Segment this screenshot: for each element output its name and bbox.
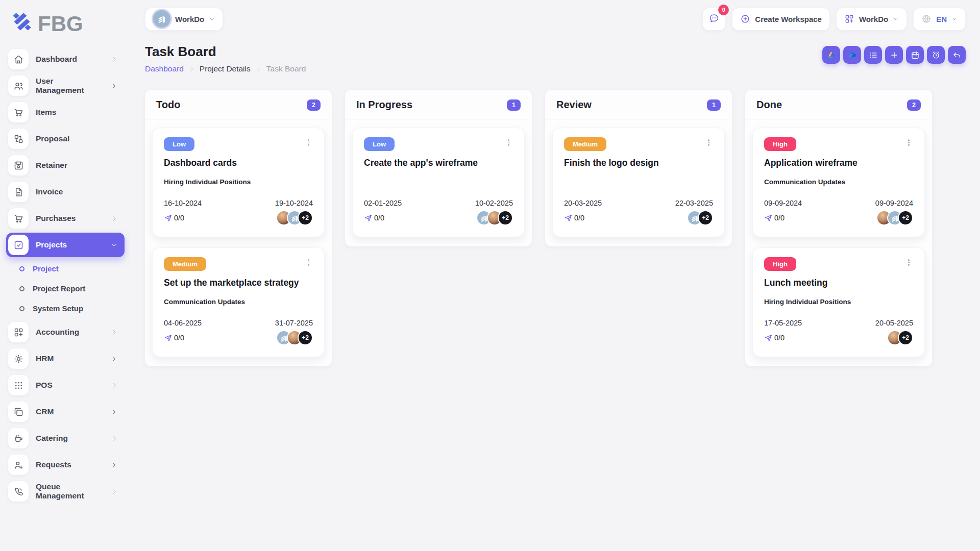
sidebar-item-crm[interactable]: CRM xyxy=(6,399,125,424)
task-milestone: Hiring Individual Positions xyxy=(164,178,313,187)
task-card[interactable]: Low Dashboard cards Hiring Individual Po… xyxy=(152,128,325,237)
create-workspace-button[interactable]: Create Workspace xyxy=(732,8,830,31)
kebab-menu-icon[interactable] xyxy=(504,137,513,147)
chevron-down-icon xyxy=(209,16,215,22)
column-count-badge: 1 xyxy=(507,99,521,111)
calendar-button[interactable] xyxy=(906,46,924,64)
sidebar-item-queue-management[interactable]: Queue Management xyxy=(6,479,125,504)
send-icon xyxy=(764,334,773,342)
task-end-date: 31-07-2025 xyxy=(275,319,313,327)
brand-zigzag-icon xyxy=(9,10,35,38)
sidebar-subitem-system-setup[interactable]: System Setup xyxy=(14,299,125,318)
language-selector[interactable]: EN xyxy=(913,8,966,31)
chevron-right-icon xyxy=(111,329,117,336)
sidebar-subitem-project-report[interactable]: Project Report xyxy=(14,279,125,298)
board-column-todo: Todo 2 Low Dashboard cards Hiring Indivi… xyxy=(145,90,332,366)
breadcrumb: Dashboard Project Details Task Board xyxy=(145,64,306,73)
kebab-menu-icon[interactable] xyxy=(904,137,913,147)
messages-button[interactable]: 0 xyxy=(702,8,726,31)
extra-assignees-badge: +2 xyxy=(698,210,713,226)
task-card[interactable]: High Application wireframe Communication… xyxy=(752,128,925,237)
sidebar-item-dashboard[interactable]: Dashboard xyxy=(6,47,125,71)
send-icon xyxy=(164,214,173,222)
send-icon xyxy=(164,334,173,342)
sidebar-item-projects[interactable]: Projects xyxy=(6,233,125,257)
assignee-avatars[interactable]: +2 xyxy=(276,210,313,226)
google-drive-icon xyxy=(827,51,836,60)
sidebar-item-retainer[interactable]: Retainer xyxy=(6,153,125,178)
kebab-menu-icon[interactable] xyxy=(304,137,313,147)
task-progress: 0/0 xyxy=(364,214,384,222)
chevron-down-icon xyxy=(893,16,899,22)
list-icon xyxy=(869,51,878,60)
column-count-badge: 2 xyxy=(907,99,921,111)
home-icon xyxy=(8,49,29,69)
task-title[interactable]: Lunch meeting xyxy=(764,278,913,288)
kebab-menu-icon[interactable] xyxy=(904,257,913,267)
sidebar-subitem-project[interactable]: Project xyxy=(14,259,125,278)
sidebar-item-proposal[interactable]: Proposal xyxy=(6,127,125,151)
grid-plus-icon xyxy=(8,322,29,342)
back-button[interactable] xyxy=(948,46,966,64)
kebab-menu-icon[interactable] xyxy=(304,257,313,267)
sidebar-item-accounting[interactable]: Accounting xyxy=(6,320,125,344)
task-card[interactable]: Medium Finish the logo design 20-03-2025… xyxy=(552,128,725,237)
phone-icon xyxy=(8,481,29,502)
list-view-button[interactable] xyxy=(864,46,882,64)
board-column-done: Done 2 High Application wireframe Commun… xyxy=(745,90,932,366)
chevron-right-icon xyxy=(189,66,194,72)
sidebar-nav: Dashboard User Management Items Proposal xyxy=(0,47,131,504)
breadcrumb-current: Task Board xyxy=(266,64,306,73)
sidebar-item-requests[interactable]: Requests xyxy=(6,453,125,477)
task-card[interactable]: Medium Set up the marketplace strategy C… xyxy=(152,247,325,357)
sidebar-item-catering[interactable]: Catering xyxy=(6,426,125,450)
board-column-review: Review 1 Medium Finish the logo design 2… xyxy=(545,90,732,246)
sidebar-item-pos[interactable]: POS xyxy=(6,373,125,397)
sidebar-item-invoice[interactable]: Invoice xyxy=(6,180,125,204)
brand-logo[interactable]: FBG xyxy=(0,6,131,45)
copy-icon xyxy=(8,402,29,422)
circle-icon xyxy=(19,286,24,291)
assignee-avatars[interactable]: +2 xyxy=(887,330,913,345)
chevron-down-icon xyxy=(951,16,958,22)
sidebar-item-user-management[interactable]: User Management xyxy=(6,73,125,98)
task-card[interactable]: Low Create the app's wireframe 02-01-202… xyxy=(352,128,525,237)
assignee-avatars[interactable]: +2 xyxy=(476,210,513,226)
task-progress: 0/0 xyxy=(164,214,184,222)
workspace-dropdown[interactable]: WorkDo xyxy=(836,8,907,31)
user-plus-icon xyxy=(8,455,29,475)
topbar-right: 0 Create Workspace WorkDo EN xyxy=(702,8,966,31)
send-icon xyxy=(564,214,573,222)
sidebar-item-hrm[interactable]: HRM xyxy=(6,346,125,371)
file-icon xyxy=(8,182,29,202)
priority-badge: Medium xyxy=(164,257,206,271)
extra-assignees-badge: +2 xyxy=(898,330,913,345)
task-card[interactable]: High Lunch meeting Hiring Individual Pos… xyxy=(752,247,925,357)
reminder-button[interactable] xyxy=(927,46,945,64)
add-task-button[interactable] xyxy=(885,46,903,64)
coffee-icon xyxy=(8,428,29,448)
breadcrumb-dashboard[interactable]: Dashboard xyxy=(145,64,184,73)
workspace-avatar-icon xyxy=(153,10,170,28)
workspace-selector[interactable]: WorkDo xyxy=(145,8,223,31)
task-title[interactable]: Create the app's wireframe xyxy=(364,158,513,168)
task-title[interactable]: Finish the logo design xyxy=(564,158,713,168)
breadcrumb-project-details[interactable]: Project Details xyxy=(200,64,251,73)
assignee-avatars[interactable]: +2 xyxy=(876,210,913,226)
sidebar-item-items[interactable]: Items xyxy=(6,100,125,124)
task-progress: 0/0 xyxy=(764,334,785,342)
assignee-avatars[interactable]: +2 xyxy=(687,210,713,226)
task-title[interactable]: Dashboard cards xyxy=(164,158,313,168)
sidebar-item-purchases[interactable]: Purchases xyxy=(6,206,125,231)
task-title[interactable]: Set up the marketplace strategy xyxy=(164,278,313,288)
dots-grid-icon xyxy=(8,375,29,395)
topbar: WorkDo 0 Create Workspace WorkDo xyxy=(145,0,966,32)
calendar-icon xyxy=(911,51,920,60)
task-milestone: Communication Updates xyxy=(164,298,313,307)
assignee-avatars[interactable]: +2 xyxy=(276,330,313,345)
extra-assignees-badge: +2 xyxy=(298,210,313,226)
task-title[interactable]: Application wireframe xyxy=(764,158,913,168)
onedrive-button[interactable] xyxy=(843,46,861,64)
google-drive-button[interactable] xyxy=(822,46,840,64)
kebab-menu-icon[interactable] xyxy=(704,137,713,147)
